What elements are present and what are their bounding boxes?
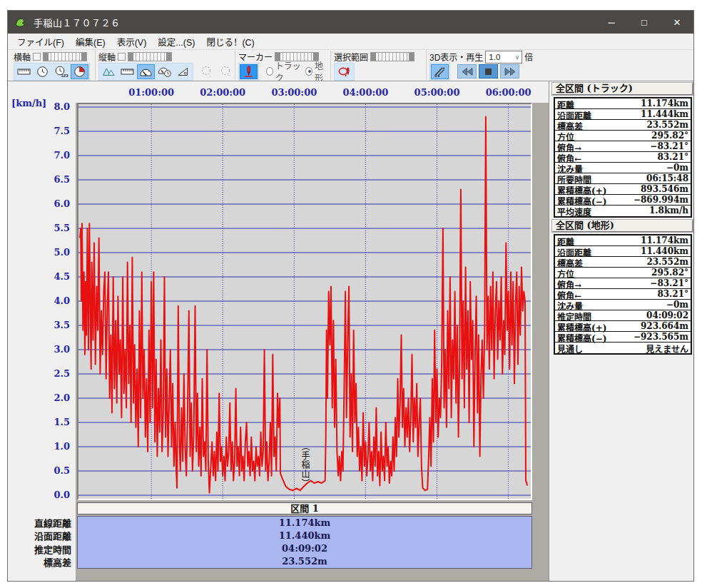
- x-axis-tick-label: 06:00:00: [482, 87, 535, 98]
- playback-label: 3D表示・再生: [429, 51, 483, 63]
- camera-3d-icon[interactable]: [431, 64, 449, 79]
- stat-value: 83.21°: [657, 289, 688, 299]
- y-axis-tick-label: 1.0: [41, 441, 70, 452]
- speedometer-clock-icon[interactable]: [156, 64, 173, 79]
- close-button[interactable]: ✕: [661, 11, 693, 34]
- section-row-label: 推定時間: [11, 544, 71, 557]
- y-axis-tick-label: 6.5: [41, 174, 70, 186]
- marker-target-radio-0[interactable]: トラック: [266, 59, 301, 83]
- stat-label: 累積標高(−): [557, 332, 606, 342]
- window-title: 手稲山１７０７２６: [34, 16, 121, 29]
- stat-label: 累積標高(+): [557, 184, 606, 194]
- x-axis-tick-label: 05:00:00: [411, 87, 464, 98]
- y-axis-tick-label: 6.0: [41, 198, 70, 210]
- forward-icon[interactable]: [500, 64, 519, 78]
- stat-row: 俯角→−83.21°: [555, 141, 691, 152]
- stat-label: 俯角→: [557, 278, 581, 288]
- minimize-button[interactable]: ─: [595, 11, 628, 34]
- section-row-value: 04:09:02: [78, 543, 531, 556]
- axis-option-button[interactable]: [33, 53, 41, 61]
- stat-row: 累積標高(−)−869.994m: [555, 195, 691, 206]
- axis-option-button[interactable]: [118, 53, 126, 61]
- content-area: [km/h] 8.07.57.06.56.05.55.04.54.03.53.0…: [8, 81, 693, 581]
- x-axis-tick-label: 02:00:00: [196, 87, 249, 98]
- speedometer-icon[interactable]: [137, 64, 155, 79]
- y-axis-tick-label: 7.5: [41, 126, 70, 137]
- stat-value: 11.174km: [641, 235, 688, 245]
- menu-item-0[interactable]: ファイル(F): [11, 34, 70, 50]
- stat-row: 俯角←83.21°: [555, 152, 691, 163]
- svg-text:,: ,: [209, 71, 210, 78]
- lasso-pen-icon[interactable]: [335, 64, 353, 79]
- dashed-circle-minute-icon[interactable]: ,: [198, 64, 215, 79]
- menu-item-3[interactable]: 設定...(S): [152, 34, 200, 50]
- selection-range-slider[interactable]: [370, 52, 414, 61]
- y-axis-tick-label: 3.5: [41, 320, 70, 331]
- menu-bar: ファイル(F)編集(E)表示(V)設定...(S)閉じる！(C): [8, 34, 693, 49]
- stat-row: 沿面距離11.440km: [555, 246, 691, 257]
- stat-value: −0m: [666, 300, 688, 310]
- stat-row: 方位295.82°: [555, 131, 691, 141]
- clock-icon[interactable]: [34, 64, 51, 79]
- rewind-icon[interactable]: [457, 64, 477, 78]
- stat-label: 累積標高(+): [557, 321, 606, 331]
- stat-value: 23.552m: [646, 257, 688, 267]
- slope-icon[interactable]: [174, 64, 192, 79]
- speed-chart-plot[interactable]: [77, 103, 532, 500]
- y-axis-tick-label: 3.0: [41, 344, 70, 355]
- clock-pie-icon[interactable]: [71, 64, 88, 79]
- stat-row: 沈み量−0m: [555, 300, 691, 310]
- stat-value: 06:15:48: [646, 173, 688, 183]
- summit-annotation: （手稲山）: [299, 442, 311, 502]
- stat-value: 04:09:02: [646, 310, 688, 320]
- svg-text:..: ..: [228, 71, 230, 77]
- x-axis-tick-label: 01:00:00: [125, 87, 178, 98]
- stat-row: 標高差23.552m: [555, 257, 691, 268]
- menu-item-4[interactable]: 閉じる！(C): [200, 34, 260, 50]
- stat-label: 沿面距離: [557, 109, 591, 119]
- clock-123-icon[interactable]: 123: [52, 64, 70, 79]
- stat-value: 見えません: [646, 343, 688, 353]
- section-row-label: 標高差: [11, 557, 71, 569]
- maximize-button[interactable]: □: [628, 11, 661, 34]
- y-axis-tick-label: 7.0: [41, 150, 70, 161]
- horizontal-axis-scale-slider[interactable]: [43, 52, 87, 61]
- section-values-box: 11.174km11.440km04:09:0223.552m: [77, 516, 532, 569]
- marker-pen-icon[interactable]: [240, 64, 258, 79]
- stat-value: −869.994m: [634, 195, 688, 205]
- playback-speed-value: 1.0: [489, 53, 500, 61]
- stop-icon[interactable]: [479, 64, 498, 78]
- stat-value: 83.21°: [657, 152, 688, 162]
- stat-row: 沿面距離11.444km: [555, 109, 691, 120]
- stat-row: 累積標高(+)893.546m: [555, 184, 691, 195]
- marker-target-radio-1[interactable]: 地形: [305, 59, 327, 83]
- stat-label: 俯角←: [557, 152, 581, 162]
- stat-label: 見通し: [557, 343, 583, 353]
- toolbar-group-3d-playback: 3D表示・再生 1.0 ∨ 倍: [426, 51, 561, 80]
- stat-value: 923.664m: [641, 321, 688, 331]
- stat-value: 11.174km: [641, 98, 688, 108]
- menu-item-1[interactable]: 編集(E): [70, 34, 111, 50]
- y-axis-tick-label: 4.5: [41, 271, 70, 283]
- stat-label: 距離: [557, 98, 574, 108]
- stat-label: 所要時間: [557, 173, 591, 183]
- stat-label: 累積標高(−): [557, 195, 606, 205]
- section-row-value: 11.440km: [78, 530, 531, 543]
- stat-label: 沿面距離: [557, 246, 591, 256]
- dashed-circle-second-icon[interactable]: ..: [217, 64, 235, 79]
- stat-label: 推定時間: [557, 310, 591, 320]
- selection-range-label: 選択範囲: [334, 51, 368, 63]
- menu-item-2[interactable]: 表示(V): [111, 34, 153, 50]
- stat-row: 俯角←83.21°: [555, 289, 691, 300]
- playback-speed-dropdown[interactable]: 1.0 ∨: [485, 51, 522, 64]
- y-axis-tick-label: 5.5: [41, 223, 70, 234]
- ruler-icon[interactable]: [15, 64, 33, 79]
- track-stats-header: 全区間 (トラック): [552, 83, 693, 95]
- mountain-icon[interactable]: [100, 64, 118, 79]
- stat-label: 俯角←: [557, 289, 581, 299]
- vertical-axis-scale-slider[interactable]: [128, 52, 172, 61]
- stat-row: 方位295.82°: [555, 268, 691, 278]
- ruler-icon[interactable]: [118, 64, 136, 79]
- stat-label: 平均速度: [557, 206, 591, 216]
- svg-text:123: 123: [61, 74, 68, 78]
